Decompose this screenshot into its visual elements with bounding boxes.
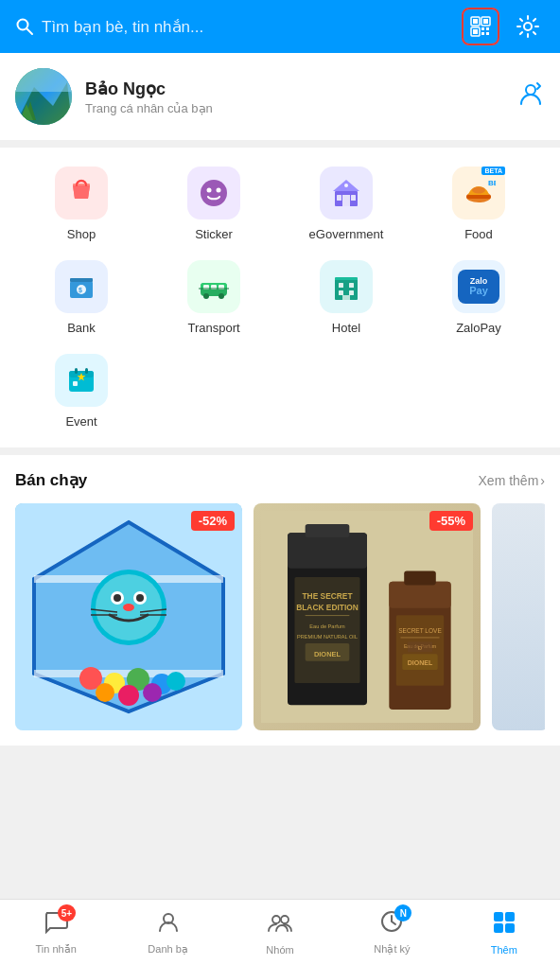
- nav-groups[interactable]: Nhóm: [224, 900, 336, 965]
- svg-text:Ð: Ð: [418, 645, 422, 651]
- svg-rect-27: [351, 195, 356, 201]
- sticker-icon: [197, 176, 231, 210]
- svg-point-20: [201, 180, 227, 206]
- egovernment-label: eGovernment: [309, 227, 384, 241]
- nav-more[interactable]: Thêm: [448, 900, 560, 965]
- app-sticker[interactable]: Sticker: [148, 167, 280, 241]
- svg-rect-49: [342, 295, 350, 300]
- app-egovernment[interactable]: eGovernment: [280, 167, 412, 241]
- food-beta-badge: BETA: [481, 167, 505, 175]
- svg-rect-93: [306, 524, 350, 537]
- svg-point-69: [143, 683, 162, 702]
- svg-rect-36: [70, 278, 93, 282]
- apps-section: Shop Sticker: [0, 148, 560, 447]
- svg-line-1: [27, 29, 33, 35]
- svg-point-28: [344, 184, 348, 187]
- qr-button[interactable]: [462, 8, 499, 45]
- bank-label: Bank: [67, 321, 96, 335]
- svg-text:DIONEL: DIONEL: [314, 650, 341, 658]
- nav-contacts[interactable]: Danh bạ: [112, 900, 223, 965]
- see-more-button[interactable]: Xem thêm ›: [479, 473, 545, 488]
- event-label: Event: [65, 414, 96, 429]
- app-shop[interactable]: Shop: [15, 167, 148, 241]
- svg-rect-53: [75, 368, 78, 374]
- nav-contacts-label: Danh bạ: [148, 943, 187, 956]
- products-row: -52% THE SECRET BLACK EDITION Eau de Pa: [15, 503, 545, 730]
- hotel-label: Hotel: [332, 321, 360, 335]
- nav-messages[interactable]: 5+ Tin nhắn: [0, 900, 112, 965]
- app-food[interactable]: BETA BETA Food: [412, 167, 545, 241]
- search-bar[interactable]: Tìm bạn bè, tin nhắn...: [15, 17, 450, 37]
- sticker-icon-bg: [187, 167, 240, 219]
- food-label: Food: [464, 227, 493, 241]
- egovt-icon-bg: [320, 167, 373, 219]
- svg-rect-102: [404, 570, 436, 585]
- svg-text:THE SECRET: THE SECRET: [302, 591, 353, 601]
- nav-more-label: Thêm: [491, 944, 517, 956]
- nav-groups-label: Nhóm: [266, 944, 293, 956]
- switch-account-button[interactable]: [516, 79, 545, 114]
- bestseller-title: Bán chạy: [15, 470, 87, 490]
- profile-subtitle: Trang cá nhân của bạn: [85, 101, 503, 115]
- transport-icon-bg: [187, 260, 240, 313]
- svg-point-67: [96, 683, 114, 702]
- app-header: Tìm bạn bè, tin nhắn...: [0, 0, 560, 53]
- app-hotel[interactable]: Hotel: [280, 260, 412, 335]
- search-icon: [15, 17, 34, 36]
- app-transport[interactable]: Transport: [148, 260, 280, 335]
- svg-rect-112: [505, 923, 515, 933]
- svg-rect-45: [339, 283, 343, 288]
- svg-rect-98: [400, 637, 439, 638]
- svg-rect-26: [337, 195, 341, 201]
- zalopay-label: ZaloPay: [456, 321, 501, 335]
- product-card-2[interactable]: THE SECRET BLACK EDITION Eau de Parfum P…: [254, 503, 481, 730]
- profile-name: Bảo Ngọc: [85, 79, 503, 99]
- sticker-label: Sticker: [195, 227, 233, 241]
- svg-rect-9: [486, 27, 489, 30]
- discount-badge-1: -52%: [191, 511, 235, 531]
- messages-icon: 5+: [44, 909, 68, 939]
- product-image-1: [15, 503, 242, 730]
- shop-icon: [65, 174, 97, 213]
- svg-rect-55: [73, 381, 78, 386]
- bestseller-header: Bán chạy Xem thêm ›: [15, 470, 545, 490]
- svg-point-106: [272, 916, 280, 923]
- nav-diary[interactable]: N Nhật ký: [336, 900, 447, 965]
- search-placeholder: Tìm bạn bè, tin nhắn...: [42, 17, 203, 37]
- avatar[interactable]: [15, 68, 72, 125]
- product-card-3[interactable]: [492, 503, 545, 730]
- settings-button[interactable]: [511, 9, 545, 44]
- svg-text:PREMIUM NATURAL OIL: PREMIUM NATURAL OIL: [297, 634, 358, 640]
- svg-point-81: [123, 604, 134, 611]
- svg-rect-95: [389, 582, 450, 608]
- svg-text:BLACK EDITION: BLACK EDITION: [296, 603, 359, 612]
- contacts-icon: [156, 909, 181, 939]
- svg-rect-31: [466, 195, 491, 199]
- svg-rect-110: [505, 912, 515, 921]
- zalopay-icon: Zalo Pay: [458, 270, 499, 304]
- transport-icon: [197, 270, 231, 304]
- svg-rect-54: [85, 368, 88, 374]
- app-zalopay[interactable]: Zalo Pay ZaloPay: [412, 260, 545, 335]
- app-event[interactable]: Event: [15, 354, 148, 429]
- bestseller-section: Bán chạy Xem thêm ›: [0, 455, 560, 746]
- event-icon: [64, 363, 98, 397]
- svg-rect-111: [494, 923, 503, 933]
- hotel-icon: [329, 270, 363, 304]
- apps-grid: Shop Sticker: [15, 167, 545, 429]
- zalopay-icon-bg: Zalo Pay: [452, 260, 505, 313]
- more-icon: [492, 910, 516, 940]
- svg-point-22: [217, 188, 221, 193]
- svg-point-75: [114, 594, 121, 602]
- product-card-1[interactable]: -52%: [15, 503, 242, 730]
- diary-badge: N: [394, 904, 411, 921]
- svg-point-68: [118, 685, 139, 706]
- app-bank[interactable]: $ Bank: [15, 260, 148, 335]
- diary-icon: N: [379, 909, 404, 939]
- product-image-2: THE SECRET BLACK EDITION Eau de Parfum P…: [254, 503, 481, 730]
- svg-rect-46: [349, 283, 354, 288]
- svg-rect-48: [349, 290, 354, 295]
- svg-rect-8: [481, 27, 484, 30]
- svg-rect-50: [335, 277, 358, 280]
- qr-icon: [469, 15, 492, 38]
